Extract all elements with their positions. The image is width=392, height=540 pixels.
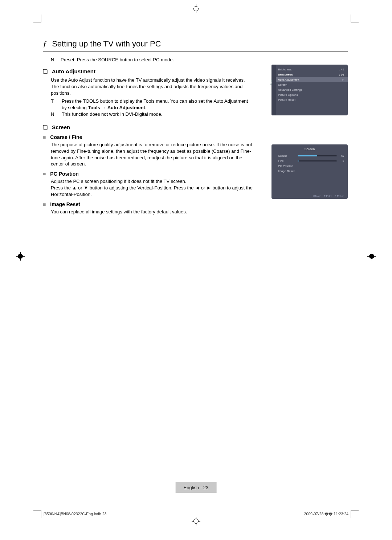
crop-mark [33,510,41,518]
section-title: ƒ Setting up the TV with your PC [43,39,348,52]
registration-mark-left [16,252,25,261]
coarse-fine-heading: ■ Coarse / Fine [43,134,348,140]
pc-position-line1: Adjust the PC s screen positioning if it… [51,178,254,185]
pc-position-line2: Press the ▲ or ▼ button to adjusting the… [51,185,254,198]
registration-mark-top [192,4,200,13]
bullet-box-icon: ❏ [43,68,48,74]
tools-marker: T [51,98,62,111]
osd-row-imagereset: Image Reset [271,168,348,173]
osd-row-fine: Fine 0 [271,158,348,163]
bullet-tools: T Press the TOOLS button to display the … [51,98,254,111]
osd-row-sharpness: Sharpness: 50 [271,72,348,77]
bullet-text: Press the TOOLS button to display the To… [62,98,254,111]
osd-row-coarse: Coarse 50 [271,153,348,158]
chevron-right-icon: ▶ [342,78,344,81]
preset-line: N Preset: Press the SOURCE button to sel… [51,57,348,62]
slider-fine [298,160,337,161]
note-marker: N [51,111,62,118]
crop-mark [351,510,359,518]
osd-row-reset: Picture Reset [271,97,348,102]
registration-mark-bottom [192,517,200,525]
image-reset-heading: ■ Image Reset [43,201,348,207]
doc-footer-timestamp: 2009-07-28 �� 11:23:24 [304,512,348,516]
osd-row-options: Picture Options [271,92,348,97]
square-bullet-icon: ■ [43,171,46,177]
square-bullet-icon: ■ [43,201,46,207]
note-marker: N [51,57,54,62]
screen-heading: ❏ Screen [43,124,348,131]
osd-sidebar: Picture [271,65,276,115]
preset-text: Preset: Press the SOURCE button to selec… [61,57,174,62]
crop-mark [351,15,359,22]
osd-screen-menu: Screen Coarse 50 Fine 0 PC Position Imag… [271,144,348,199]
osd-footer: U Move E Enter R Return [311,195,344,197]
bullet-text: This function does not work in DVI-Digit… [62,111,162,118]
square-bullet-icon: ■ [43,134,46,140]
title-text: Setting up the TV with your PC [52,39,161,48]
osd-sidebar-label: Picture [270,79,272,86]
osd-picture-menu: Picture Brightness: 45 Sharpness: 50 Aut… [271,65,348,115]
bullet-note: N This function does not work in DVI-Dig… [51,111,254,118]
osd-row-auto-adjustment: Auto Adjustment▶ [271,77,348,82]
title-icon: ƒ [43,39,47,49]
image-reset-body: You can replace all image settings with … [51,209,254,215]
slider-coarse [298,155,337,156]
coarse-fine-body: The purpose of picture quality adjustmen… [51,142,254,168]
osd-title: Screen [271,147,348,153]
bullet-box-icon: ❏ [43,124,48,130]
crop-mark [33,15,41,22]
osd-row-advanced: Advanced Settings [271,87,348,92]
page-content: ƒ Setting up the TV with your PC N Prese… [43,39,348,222]
osd-row-screen: Screen [271,82,348,87]
page-number-badge: English - 23 [176,482,217,493]
osd-row-pcposition: PC Position [271,163,348,168]
osd-row-brightness: Brightness: 45 [271,67,348,72]
doc-footer-file: [8500-NA]BN68-02322C-Eng.indb 23 [44,512,106,516]
auto-adjustment-body: Use the Auto Adjust function to have the… [51,77,254,97]
registration-mark-right [367,252,376,261]
